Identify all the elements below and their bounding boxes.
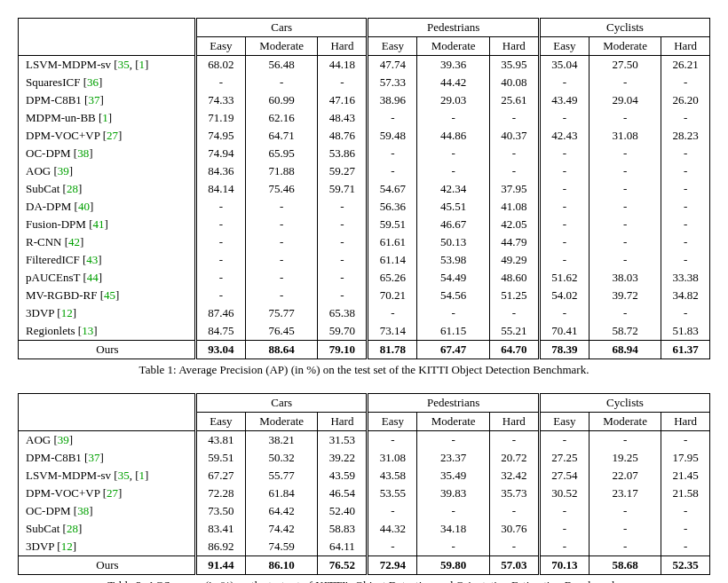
method-cell: MDPM-un-BB [1] [19, 109, 196, 127]
citation-link[interactable]: 42 [68, 235, 80, 248]
value-cell: - [368, 538, 417, 556]
header-blank [19, 19, 196, 37]
value-cell: - [489, 502, 539, 520]
results-table-1: CarsPedestriansCyclistsEasyModerateHardE… [18, 18, 710, 359]
value-cell: - [417, 431, 489, 450]
citation-link[interactable]: 13 [82, 324, 93, 337]
method-name: OC-DPM [26, 146, 74, 160]
citation-link[interactable]: 45 [104, 288, 115, 302]
value-cell: 29.03 [417, 91, 489, 109]
citation-link[interactable]: 12 [61, 540, 73, 553]
method-cell: SubCat [28] [19, 180, 196, 198]
value-cell: 43.58 [368, 467, 417, 485]
citation-link[interactable]: 38 [77, 504, 89, 517]
citation-link[interactable]: 28 [67, 522, 78, 535]
value-cell: 44.18 [318, 56, 368, 75]
value-cell: 52.40 [318, 502, 368, 520]
method-name: DPM-VOC+VP [26, 129, 103, 142]
method-name: DPM-C8B1 [26, 93, 84, 106]
value-cell: - [589, 74, 661, 91]
value-cell: - [539, 180, 589, 198]
citation-link[interactable]: 38 [77, 146, 89, 160]
value-cell: 34.18 [417, 520, 489, 538]
citation-link[interactable]: 37 [88, 93, 99, 106]
value-cell: - [589, 502, 661, 520]
citation-link[interactable]: 40 [78, 200, 90, 213]
value-cell: 35.49 [417, 467, 489, 485]
value-cell: - [246, 251, 318, 269]
value-cell: - [661, 162, 710, 180]
value-cell: 27.25 [539, 449, 589, 467]
citation-link[interactable]: 1 [139, 469, 146, 482]
header-blank [19, 37, 196, 56]
value-cell: 74.59 [246, 538, 318, 556]
citation-link[interactable]: 35 [118, 469, 130, 482]
ours-value: 86.10 [246, 556, 318, 575]
method-cell: OC-DPM [38] [19, 502, 196, 520]
value-cell: - [195, 74, 245, 91]
value-cell: - [246, 269, 318, 287]
method-name: LSVM-MDPM-sv [26, 58, 114, 71]
value-cell: - [661, 304, 710, 322]
value-cell: 71.88 [246, 162, 318, 180]
sub-header: Moderate [417, 37, 489, 56]
citation-link[interactable]: 41 [93, 217, 105, 231]
value-cell: - [246, 198, 318, 216]
value-cell: 86.92 [195, 538, 245, 556]
value-cell: 50.32 [246, 449, 318, 467]
citation-link[interactable]: 27 [107, 129, 118, 142]
value-cell: 39.83 [417, 485, 489, 502]
citation-link[interactable]: 1 [139, 58, 146, 71]
value-cell: 84.36 [195, 162, 245, 180]
value-cell: - [318, 216, 368, 233]
value-cell: 53.55 [368, 485, 417, 502]
value-cell: - [417, 145, 489, 162]
citation-link[interactable]: 39 [58, 433, 69, 446]
ours-label: Ours [19, 556, 196, 575]
value-cell: - [318, 251, 368, 269]
value-cell: 64.42 [246, 502, 318, 520]
citation-link[interactable]: 43 [86, 253, 98, 266]
value-cell: 42.05 [489, 216, 539, 233]
sub-header: Easy [195, 37, 245, 56]
citation-link[interactable]: 27 [107, 486, 118, 500]
value-cell: 46.67 [417, 216, 489, 233]
citation-link[interactable]: 39 [58, 164, 69, 177]
citation-link[interactable]: 36 [87, 75, 99, 89]
value-cell: 48.60 [489, 269, 539, 287]
group-header: Cyclists [539, 19, 709, 37]
value-cell: - [539, 145, 589, 162]
value-cell: 43.59 [318, 467, 368, 485]
sub-header: Moderate [246, 413, 318, 431]
method-cell: AOG [39] [19, 431, 196, 450]
value-cell: 43.49 [539, 91, 589, 109]
value-cell: 21.45 [661, 467, 710, 485]
method-cell: DPM-VOC+VP [27] [19, 485, 196, 502]
value-cell: 39.72 [589, 287, 661, 304]
value-cell: 49.29 [489, 251, 539, 269]
citation-link[interactable]: 28 [67, 182, 78, 195]
citation-link[interactable]: 1 [102, 111, 108, 124]
value-cell: - [661, 198, 710, 216]
sub-header: Moderate [589, 37, 661, 56]
value-cell: 40.37 [489, 127, 539, 145]
value-cell: 44.32 [368, 520, 417, 538]
value-cell: 68.02 [195, 56, 245, 75]
method-cell: LSVM-MDPM-sv [35, [1] [19, 467, 196, 485]
method-cell: DPM-VOC+VP [27] [19, 127, 196, 145]
value-cell: 58.83 [318, 520, 368, 538]
value-cell: - [589, 251, 661, 269]
value-cell: 45.51 [417, 198, 489, 216]
value-cell: - [589, 180, 661, 198]
value-cell: 35.95 [489, 56, 539, 75]
citation-link[interactable]: 44 [87, 271, 99, 284]
citation-link[interactable]: 37 [88, 451, 99, 464]
value-cell: 62.16 [246, 109, 318, 127]
method-cell: DPM-C8B1 [37] [19, 449, 196, 467]
sub-header: Hard [489, 413, 539, 431]
method-name: OC-DPM [26, 504, 74, 517]
sub-header: Hard [318, 37, 368, 56]
method-cell: SquaresICF [36] [19, 74, 196, 91]
citation-link[interactable]: 35 [118, 58, 130, 71]
citation-link[interactable]: 12 [61, 306, 73, 319]
